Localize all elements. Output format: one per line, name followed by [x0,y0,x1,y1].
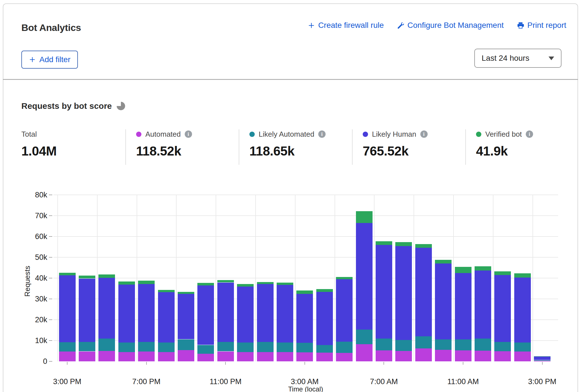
bar-segment-likely-automated[interactable] [395,340,412,351]
bar-segment-automated[interactable] [336,353,353,361]
bar-segment-likely-automated[interactable] [435,339,452,350]
bar-segment-automated[interactable] [138,352,155,361]
bar-segment-verified-bot[interactable] [435,260,452,263]
bar-segment-likely-automated[interactable] [178,339,194,350]
bar-segment-automated[interactable] [197,354,214,361]
bar-segment-likely-automated[interactable] [475,339,491,351]
bar-segment-likely-automated[interactable] [415,336,432,349]
bar-segment-automated[interactable] [494,351,511,361]
bar-segment-likely-human[interactable] [435,263,452,339]
bar-segment-automated[interactable] [415,348,432,361]
info-icon[interactable]: i [318,130,326,138]
bar-segment-verified-bot[interactable] [197,283,214,285]
bar-segment-likely-human[interactable] [237,287,254,343]
bar-segment-automated[interactable] [514,352,531,361]
bar-segment-likely-human[interactable] [197,285,214,345]
bar-segment-automated[interactable] [277,352,293,361]
bar-segment-likely-automated[interactable] [257,342,274,352]
bar-segment-likely-automated[interactable] [376,339,392,350]
bar-segment-verified-bot[interactable] [534,356,551,357]
bar-segment-likely-automated[interactable] [316,345,333,353]
info-icon[interactable]: i [420,130,428,138]
bar-segment-verified-bot[interactable] [376,241,392,245]
bar-segment-likely-human[interactable] [356,223,373,330]
bar-segment-automated[interactable] [316,353,333,361]
bar-segment-verified-bot[interactable] [98,274,115,278]
bar-segment-likely-automated[interactable] [79,342,95,351]
add-filter-button[interactable]: Add filter [21,51,78,69]
info-icon[interactable]: i [526,130,533,138]
bar-segment-likely-human[interactable] [79,279,95,342]
bar-segment-likely-automated[interactable] [118,343,135,352]
bar-segment-automated[interactable] [376,350,392,361]
info-icon[interactable]: i [185,130,192,138]
bar-segment-automated[interactable] [98,351,115,361]
bar-segment-automated[interactable] [455,350,472,361]
bar-segment-automated[interactable] [158,352,175,361]
bar-segment-automated[interactable] [59,352,76,361]
bar-segment-likely-automated[interactable] [514,343,531,352]
bar-segment-likely-human[interactable] [534,356,551,360]
bar-segment-likely-automated[interactable] [336,342,353,353]
bar-segment-likely-automated[interactable] [59,342,76,352]
bar-segment-verified-bot[interactable] [158,290,175,292]
bar-segment-likely-human[interactable] [158,292,175,342]
bar-segment-automated[interactable] [217,352,234,362]
bar-segment-likely-automated[interactable] [534,360,551,361]
bar-segment-verified-bot[interactable] [316,289,333,292]
bar-segment-likely-automated[interactable] [277,343,293,352]
bar-segment-verified-bot[interactable] [59,273,76,276]
bar-segment-likely-human[interactable] [475,271,491,339]
bar-segment-likely-human[interactable] [455,273,472,339]
bar-segment-likely-automated[interactable] [356,330,373,344]
bar-segment-likely-human[interactable] [296,294,313,343]
bar-segment-likely-automated[interactable] [197,345,214,354]
bar-segment-likely-human[interactable] [98,278,115,338]
bar-segment-verified-bot[interactable] [415,244,432,248]
bar-segment-verified-bot[interactable] [178,292,194,294]
bar-segment-automated[interactable] [79,352,95,362]
bar-segment-verified-bot[interactable] [475,266,491,271]
bar-segment-likely-human[interactable] [217,283,234,342]
bar-segment-likely-automated[interactable] [217,342,234,351]
bar-segment-automated[interactable] [435,350,452,361]
bar-segment-verified-bot[interactable] [455,267,472,273]
bar-segment-automated[interactable] [178,350,194,361]
bar-segment-verified-bot[interactable] [296,290,313,294]
bar-segment-verified-bot[interactable] [217,280,234,282]
bar-segment-automated[interactable] [534,361,551,361]
bar-segment-automated[interactable] [118,352,135,361]
bar-segment-likely-human[interactable] [178,294,194,339]
time-range-select[interactable]: Last 24 hours [474,49,561,68]
print-report-link[interactable]: Print report [517,21,567,30]
bar-segment-automated[interactable] [296,352,313,361]
bar-segment-verified-bot[interactable] [395,242,412,246]
bar-segment-verified-bot[interactable] [336,277,353,279]
bar-segment-likely-automated[interactable] [158,343,175,352]
bar-segment-likely-human[interactable] [415,248,432,336]
bar-segment-verified-bot[interactable] [138,281,155,284]
create-firewall-rule-link[interactable]: Create firewall rule [308,21,384,30]
bar-segment-likely-automated[interactable] [237,343,254,352]
bar-segment-likely-automated[interactable] [98,339,115,351]
bar-segment-verified-bot[interactable] [356,211,373,223]
bar-segment-likely-human[interactable] [257,284,274,342]
bar-segment-likely-automated[interactable] [296,343,313,352]
bar-segment-likely-automated[interactable] [494,342,511,351]
bar-segment-likely-human[interactable] [59,275,76,342]
bar-segment-automated[interactable] [475,351,491,361]
bar-segment-verified-bot[interactable] [237,284,254,287]
bar-segment-likely-human[interactable] [336,279,353,342]
bar-segment-automated[interactable] [257,352,274,361]
bar-segment-likely-human[interactable] [514,278,531,343]
bar-segment-likely-human[interactable] [118,285,135,343]
bar-segment-automated[interactable] [237,352,254,361]
bar-segment-verified-bot[interactable] [79,276,95,278]
bar-segment-likely-automated[interactable] [138,342,155,352]
bar-segment-verified-bot[interactable] [277,283,293,285]
bar-segment-verified-bot[interactable] [514,273,531,278]
bar-segment-likely-automated[interactable] [455,339,472,350]
bar-segment-verified-bot[interactable] [118,281,135,285]
bar-segment-likely-human[interactable] [316,292,333,345]
bar-segment-automated[interactable] [356,344,373,361]
